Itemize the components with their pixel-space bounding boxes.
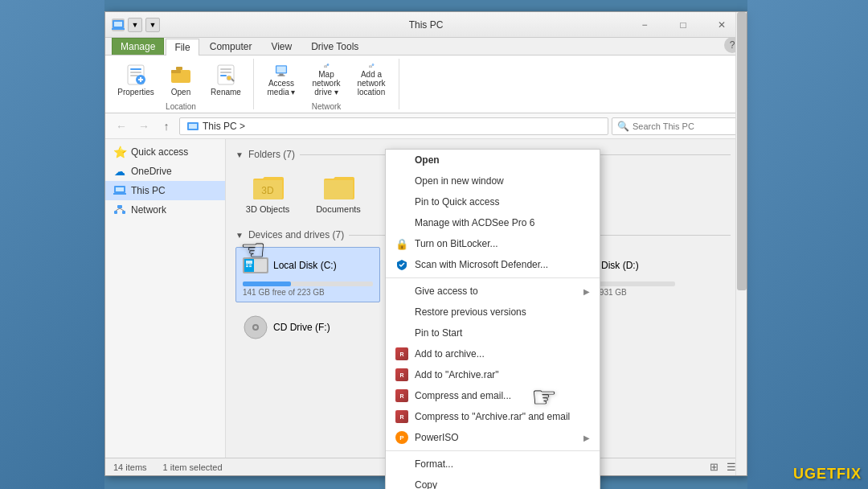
ctx-add-archive[interactable]: R Add to archive... bbox=[386, 343, 600, 364]
ctx-pin-quick-access[interactable]: Pin to Quick access bbox=[386, 191, 600, 212]
ctx-defender[interactable]: Scan with Microsoft Defender... bbox=[386, 254, 600, 275]
ctx-give-access[interactable]: Give access to ▶ bbox=[386, 281, 600, 302]
minimize-button[interactable]: − bbox=[626, 12, 663, 38]
ctx-compress-email[interactable]: R Compress and email... bbox=[386, 385, 600, 406]
svg-line-42 bbox=[120, 208, 124, 211]
sidebar-item-network[interactable]: Network bbox=[105, 200, 225, 220]
ctx-pin-start[interactable]: Pin to Start bbox=[386, 323, 600, 343]
tab-view[interactable]: View bbox=[262, 38, 301, 55]
svg-rect-34 bbox=[189, 124, 197, 129]
customize-btn[interactable]: ▼ bbox=[145, 18, 160, 32]
quick-access-icon: ⭐ bbox=[113, 146, 126, 158]
ctx-poweriso-arrow: ▶ bbox=[583, 434, 590, 442]
back-button[interactable]: ← bbox=[112, 117, 131, 136]
item-count: 14 items bbox=[113, 462, 147, 472]
svg-rect-2 bbox=[112, 28, 125, 30]
quick-access-btn[interactable]: ▼ bbox=[128, 18, 142, 32]
title-bar-left: ▼ ▼ bbox=[112, 18, 160, 32]
svg-rect-5 bbox=[130, 72, 141, 73]
context-menu: Open Open in new window Pin to Quick acc… bbox=[385, 149, 600, 489]
forward-button[interactable]: → bbox=[134, 117, 154, 136]
watermark: UGETFIX bbox=[793, 466, 862, 483]
sidebar: ⭐ Quick access ☁ OneDrive This PC bbox=[105, 139, 226, 458]
ctx-format[interactable]: Format... bbox=[386, 454, 600, 475]
sidebar-item-onedrive[interactable]: ☁ OneDrive bbox=[105, 162, 225, 181]
file-explorer-window: ▼ ▼ This PC − □ ✕ Manage File Computer V… bbox=[104, 11, 747, 476]
rename-button[interactable]: Rename bbox=[205, 59, 247, 101]
right-bg bbox=[747, 0, 868, 489]
map-network-drive-button[interactable]: Map network drive ▾ bbox=[305, 59, 347, 101]
open-button[interactable]: Open bbox=[160, 59, 202, 101]
access-media-button[interactable]: Access media ▾ bbox=[260, 59, 302, 101]
watermark-prefix: U bbox=[793, 466, 805, 482]
up-button[interactable]: ↑ bbox=[157, 117, 176, 136]
sidebar-item-quick-access[interactable]: ⭐ Quick access bbox=[105, 142, 225, 162]
tab-computer[interactable]: Computer bbox=[201, 38, 261, 55]
ctx-give-access-icon bbox=[395, 285, 408, 298]
properties-button[interactable]: Properties bbox=[115, 59, 157, 101]
scrollbar-thumb[interactable] bbox=[737, 139, 747, 290]
ctx-bitlocker[interactable]: 🔒 Turn on BitLocker... bbox=[386, 233, 600, 254]
folder-3d-objects[interactable]: 3D 3D Objects bbox=[235, 166, 300, 220]
folder-documents-label: Documents bbox=[316, 204, 361, 214]
ctx-compress-rar-email[interactable]: R Compress to "Archive.rar" and email bbox=[386, 406, 600, 427]
window-controls: − □ ✕ bbox=[626, 12, 740, 38]
tab-file[interactable]: File bbox=[166, 39, 199, 55]
ctx-defender-icon bbox=[395, 258, 408, 271]
tab-drive-tools[interactable]: Drive Tools bbox=[302, 38, 367, 55]
drive-c-header: Local Disk (C:) bbox=[243, 253, 373, 278]
folders-toggle[interactable]: ▼ bbox=[235, 150, 244, 159]
map-network-drive-label: Map network drive ▾ bbox=[309, 70, 343, 97]
maximize-button[interactable]: □ bbox=[665, 12, 702, 38]
svg-text:3D: 3D bbox=[261, 185, 274, 196]
folder-documents[interactable]: Documents bbox=[306, 166, 371, 220]
location-group-label: Location bbox=[115, 101, 247, 111]
folder-3d-label: 3D Objects bbox=[246, 204, 289, 214]
manage-tab[interactable]: Manage bbox=[112, 38, 164, 55]
svg-rect-25 bbox=[324, 67, 327, 68]
ctx-open[interactable]: Open bbox=[386, 150, 600, 171]
svg-rect-37 bbox=[113, 193, 126, 195]
ctx-compress-email-icon: R bbox=[395, 389, 408, 402]
ctx-sep-2 bbox=[386, 450, 600, 451]
ctx-open-new-window[interactable]: Open in new window bbox=[386, 171, 600, 191]
address-path[interactable]: This PC > bbox=[179, 117, 608, 135]
drive-f[interactable]: CD Drive (F:) bbox=[235, 309, 380, 346]
address-bar: ← → ↑ This PC > 🔍 bbox=[105, 113, 747, 139]
network-icon bbox=[113, 203, 126, 216]
svg-point-64 bbox=[254, 326, 257, 329]
path-text: This PC > bbox=[203, 121, 245, 132]
ctx-poweriso[interactable]: P PowerISO ▶ bbox=[386, 427, 600, 448]
svg-rect-51 bbox=[249, 265, 252, 265]
properties-label: Properties bbox=[117, 88, 154, 97]
ribbon-network-items: Access media ▾ Map network drive ▾ bbox=[260, 59, 392, 101]
search-input[interactable] bbox=[633, 121, 735, 131]
window-title: This PC bbox=[409, 19, 444, 31]
svg-rect-4 bbox=[130, 68, 141, 70]
sidebar-item-this-pc[interactable]: This PC bbox=[105, 181, 225, 200]
ctx-restore-versions-icon bbox=[395, 306, 408, 318]
drive-c-space: 141 GB free of 223 GB bbox=[243, 288, 373, 297]
drive-c-bar bbox=[243, 281, 291, 286]
drive-f-header: CD Drive (F:) bbox=[243, 314, 373, 340]
ribbon-tabs: Manage File Computer View Drive Tools ? bbox=[105, 38, 747, 55]
network-group-label: Network bbox=[260, 101, 392, 111]
ctx-add-archive-icon: R bbox=[395, 347, 408, 360]
ctx-copy[interactable]: Copy bbox=[386, 475, 600, 489]
watermark-highlight: GET bbox=[805, 466, 837, 482]
drives-section-title: Devices and drives (7) bbox=[248, 229, 344, 240]
add-network-location-button[interactable]: Add a network location bbox=[350, 59, 392, 101]
large-icons-view-button[interactable]: ⊞ bbox=[706, 460, 721, 475]
svg-rect-9 bbox=[138, 79, 143, 80]
svg-rect-20 bbox=[276, 67, 286, 73]
drive-c[interactable]: Local Disk (C:) 141 GB free of 223 GB bbox=[235, 247, 380, 302]
svg-rect-50 bbox=[246, 265, 248, 265]
ctx-manage-acdsee-icon bbox=[395, 216, 408, 229]
drives-toggle[interactable]: ▼ bbox=[235, 231, 244, 240]
ctx-manage-acdsee[interactable]: Manage with ACDSee Pro 6 bbox=[386, 212, 600, 233]
svg-rect-29 bbox=[370, 66, 372, 68]
scrollbar[interactable] bbox=[735, 139, 747, 458]
ctx-add-archive-rar[interactable]: R Add to "Archive.rar" bbox=[386, 364, 600, 385]
ctx-restore-versions[interactable]: Restore previous versions bbox=[386, 302, 600, 323]
add-network-location-label: Add a network location bbox=[354, 70, 388, 97]
